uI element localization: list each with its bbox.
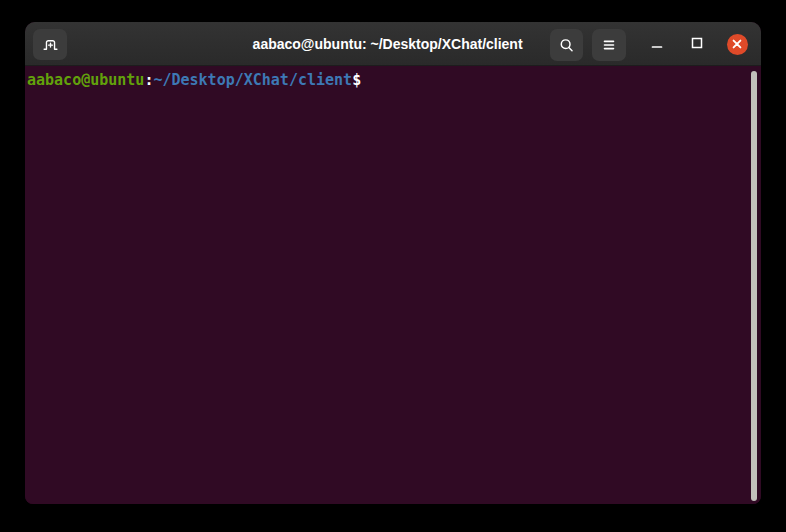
window-title: aabaco@ubuntu: ~/Desktop/XChat/client (253, 36, 523, 52)
desktop-background: aabaco@ubuntu: ~/Desktop/XChat/client (0, 0, 786, 532)
maximize-icon (688, 34, 706, 55)
terminal-screen[interactable]: aabaco@ubuntu:~/Desktop/XChat/client$ (25, 66, 761, 504)
prompt-line: aabaco@ubuntu:~/Desktop/XChat/client$ (27, 71, 759, 89)
maximize-button[interactable] (685, 32, 709, 56)
prompt-user-host: aabaco@ubuntu (27, 71, 144, 89)
scrollbar-thumb[interactable] (751, 71, 757, 501)
hamburger-menu-icon (601, 37, 617, 53)
close-icon (727, 34, 748, 55)
menu-button[interactable] (592, 29, 626, 61)
prompt-symbol: $ (352, 71, 361, 89)
tab-new-icon (42, 36, 59, 53)
search-button[interactable] (550, 29, 583, 61)
prompt-path: ~/Desktop/XChat/client (153, 71, 352, 89)
terminal-window: aabaco@ubuntu: ~/Desktop/XChat/client (25, 22, 761, 504)
header-bar: aabaco@ubuntu: ~/Desktop/XChat/client (25, 22, 761, 66)
minimize-button[interactable] (645, 32, 669, 56)
close-button[interactable] (725, 32, 749, 56)
minimize-icon (648, 34, 666, 55)
new-tab-button[interactable] (33, 29, 67, 60)
search-icon (558, 37, 575, 54)
